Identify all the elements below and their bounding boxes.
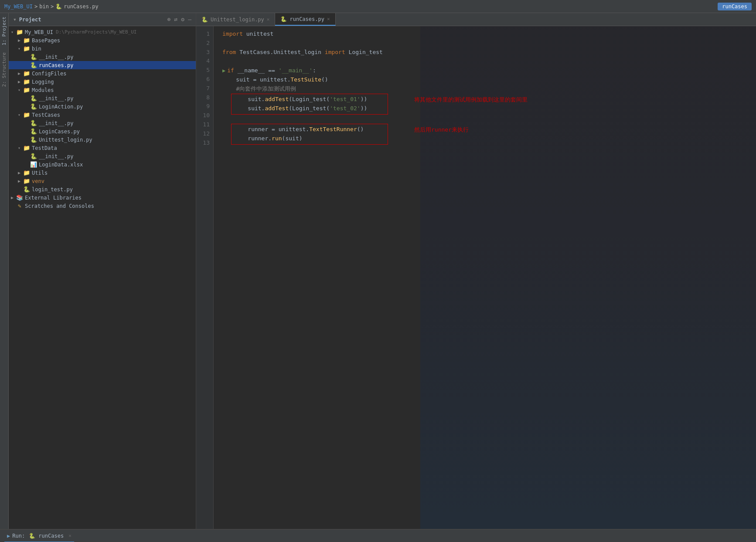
minimize-icon[interactable]: —	[188, 16, 191, 23]
modules-icon: 📁	[23, 87, 31, 93]
logging-label: Logging	[32, 79, 54, 85]
runcases-label: runCases.py	[39, 62, 73, 68]
breadcrumb-bin[interactable]: bin	[39, 3, 49, 10]
logincases-label: LoginCases.py	[39, 129, 80, 135]
modules-label: Modules	[32, 87, 54, 93]
tree-modules[interactable]: ▾ 📁 Modules	[9, 86, 196, 94]
tree-unittest-login[interactable]: 🐍 Unittest_login.py	[9, 136, 196, 144]
tree-root[interactable]: ▾ 📁 My_WEB_UI D:\PycharmProjects\My_WEB_…	[9, 28, 196, 36]
main-layout: 1: Project 2: Structure ▾ Project ⊕ ⇄ ⚙ …	[0, 13, 756, 529]
basepages-folder-icon: 📁	[23, 37, 31, 44]
tree-logincases[interactable]: 🐍 LoginCases.py	[9, 127, 196, 136]
breadcrumb: My_WEB_UI > bin > 🐍 runCases.py	[4, 3, 99, 10]
logging-icon: 📁	[23, 78, 31, 85]
code-line-4	[222, 57, 756, 66]
basepages-label: BasePages	[32, 37, 60, 44]
tree-init-modules[interactable]: 🐍 __init__.py	[9, 94, 196, 102]
code-line-3: from TestCases.Unittest_login import Log…	[222, 48, 756, 57]
init-testcases-label: __init__.py	[39, 120, 73, 126]
tree-testdata[interactable]: ▾ 📁 TestData	[9, 144, 196, 152]
tab-icon-2: 🐍	[280, 16, 287, 22]
tab-close-2[interactable]: ✕	[327, 16, 330, 22]
tab-label-1: Unittest_login.py	[211, 17, 264, 23]
tab-runcases[interactable]: 🐍 runCases.py ✕	[275, 13, 335, 26]
init-modules-label: __init__.py	[39, 95, 73, 102]
sync-icon[interactable]: ⇄	[174, 16, 178, 23]
tree-scratches[interactable]: ✎ Scratches and Consoles	[9, 202, 196, 210]
loginaction-label: LoginAction.py	[39, 104, 83, 110]
testcases-icon: 📁	[23, 112, 31, 118]
root-path: D:\PycharmProjects\My_WEB_UI	[56, 29, 136, 35]
tree-logindata[interactable]: 📊 LoginData.xlsx	[9, 160, 196, 169]
bin-folder-icon: 📁	[23, 45, 31, 52]
tab-unittest-login[interactable]: 🐍 Unittest_login.py ✕	[196, 13, 275, 26]
tree-runcases[interactable]: 🐍 runCases.py	[9, 61, 196, 69]
tree-loginaction[interactable]: 🐍 LoginAction.py	[9, 102, 196, 111]
scratches-icon: ✎	[16, 203, 24, 209]
tree-logintest[interactable]: 🐍 login_test.py	[9, 185, 196, 193]
settings-icon[interactable]: ⚙	[181, 16, 184, 23]
bottom-panel: ▶ Run: 🐍 runCases ✕ ▶ ■ ↑ ↓ 📌 ≡ 🗑 C:\Use…	[0, 529, 756, 542]
tree-bin[interactable]: ▾ 📁 bin	[9, 44, 196, 53]
tab-icon-1: 🐍	[201, 17, 208, 23]
editor-content: 1 2 3 4 5 6 7 8 9 10 11 12 13 import uni…	[196, 26, 756, 529]
code-line-8: suit.addTest(Login_test('test_01'))	[234, 95, 385, 104]
add-icon[interactable]: ⊕	[167, 16, 171, 23]
tree-logging[interactable]: ▶ 📁 Logging	[9, 78, 196, 86]
code-line-13	[222, 145, 756, 154]
tree-root-label: My_WEB_UI	[25, 29, 53, 35]
annotation-line8: 将其他文件里的测试用例加载到这里的套间里	[414, 95, 528, 105]
run-tab-name: 🐍 runCases	[29, 533, 64, 539]
code-line-7: #向套件中添加测试用例	[222, 85, 756, 94]
logintest-label: login_test.py	[32, 186, 73, 193]
init-bin-icon: 🐍	[30, 54, 37, 60]
code-line-2	[222, 39, 756, 48]
init-testcases-icon: 🐍	[30, 120, 37, 126]
tree-external[interactable]: ▶ 📚 External Libraries	[9, 193, 196, 202]
run-tab-close[interactable]: ✕	[68, 533, 72, 539]
title-bar: My_WEB_UI > bin > 🐍 runCases.py runCases	[0, 0, 756, 13]
run-badge[interactable]: runCases	[718, 3, 752, 10]
run-tab[interactable]: ▶ Run: 🐍 runCases ✕	[4, 530, 74, 542]
tree-utils[interactable]: ▶ 📁 Utils	[9, 169, 196, 177]
code-line-12: runner.run(suit)	[234, 134, 385, 143]
tree-basepages[interactable]: ▶ 📁 BasePages	[9, 36, 196, 44]
tree-init-testdata[interactable]: 🐍 __init__.py	[9, 152, 196, 160]
tree-testcases[interactable]: ▾ 📁 TestCases	[9, 111, 196, 119]
testdata-icon: 📁	[23, 145, 31, 151]
tree-init-testcases[interactable]: 🐍 __init__.py	[9, 119, 196, 127]
logintest-icon: 🐍	[23, 186, 31, 193]
code-line-9: suit.addTest(Login_test('test_02'))	[234, 104, 385, 113]
line-numbers: 1 2 3 4 5 6 7 8 9 10 11 12 13	[196, 26, 214, 529]
side-tab-project[interactable]: 1: Project	[0, 13, 8, 49]
utils-label: Utils	[32, 170, 48, 176]
tree-configfiles[interactable]: ▶ 📁 ConfigFiles	[9, 69, 196, 78]
testdata-label: TestData	[32, 145, 57, 151]
tree-venv[interactable]: ▶ 📁 venv	[9, 177, 196, 185]
panel-title: Project	[19, 17, 41, 23]
logindata-icon: 📊	[30, 161, 37, 168]
code-area[interactable]: import unittest from TestCases.Unittest_…	[214, 26, 756, 529]
run-tab-label: Run:	[12, 533, 25, 539]
code-block-11-12: runner = unittest.TextTestRunner() runne…	[222, 124, 756, 145]
logindata-label: LoginData.xlsx	[39, 162, 83, 168]
utils-icon: 📁	[23, 169, 31, 176]
panel-icons: ⊕ ⇄ ⚙ —	[167, 16, 191, 23]
logincases-icon: 🐍	[30, 128, 37, 135]
tab-close-1[interactable]: ✕	[267, 17, 270, 22]
configfiles-label: ConfigFiles	[32, 71, 66, 77]
init-bin-label: __init__.py	[39, 54, 73, 60]
tree-init-bin[interactable]: 🐍 __init__.py	[9, 53, 196, 61]
loginaction-icon: 🐍	[30, 103, 37, 110]
init-testdata-icon: 🐍	[30, 153, 37, 159]
code-line-1: import unittest	[222, 30, 756, 39]
annotation-line11: 然后用runner来执行	[414, 125, 469, 135]
bottom-tabs: ▶ Run: 🐍 runCases ✕	[0, 530, 756, 542]
side-tab-structure[interactable]: 2: Structure	[0, 49, 8, 90]
tab-label-2: runCases.py	[289, 16, 324, 22]
scratches-label: Scratches and Consoles	[25, 203, 94, 209]
unittest-login-label: Unittest_login.py	[39, 137, 92, 143]
code-line-10	[222, 115, 756, 124]
breadcrumb-root[interactable]: My_WEB_UI	[4, 3, 33, 10]
breadcrumb-file[interactable]: runCases.py	[64, 3, 98, 10]
